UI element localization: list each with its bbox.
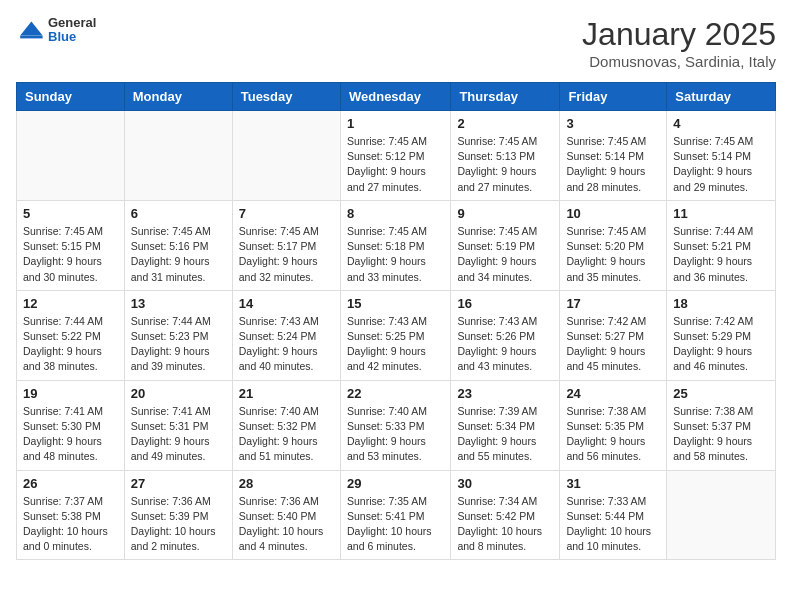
day-cell-22: 22Sunrise: 7:40 AM Sunset: 5:33 PM Dayli…	[340, 380, 450, 470]
day-info: Sunrise: 7:36 AM Sunset: 5:39 PM Dayligh…	[131, 494, 226, 555]
logo: General Blue	[16, 16, 96, 45]
day-info: Sunrise: 7:35 AM Sunset: 5:41 PM Dayligh…	[347, 494, 444, 555]
day-number: 2	[457, 116, 553, 131]
day-number: 18	[673, 296, 769, 311]
day-number: 5	[23, 206, 118, 221]
day-info: Sunrise: 7:40 AM Sunset: 5:33 PM Dayligh…	[347, 404, 444, 465]
day-number: 6	[131, 206, 226, 221]
day-info: Sunrise: 7:45 AM Sunset: 5:13 PM Dayligh…	[457, 134, 553, 195]
day-number: 16	[457, 296, 553, 311]
day-cell-31: 31Sunrise: 7:33 AM Sunset: 5:44 PM Dayli…	[560, 470, 667, 560]
day-number: 3	[566, 116, 660, 131]
day-info: Sunrise: 7:40 AM Sunset: 5:32 PM Dayligh…	[239, 404, 334, 465]
calendar-header-row: SundayMondayTuesdayWednesdayThursdayFrid…	[17, 83, 776, 111]
day-cell-19: 19Sunrise: 7:41 AM Sunset: 5:30 PM Dayli…	[17, 380, 125, 470]
day-info: Sunrise: 7:44 AM Sunset: 5:22 PM Dayligh…	[23, 314, 118, 375]
day-info: Sunrise: 7:39 AM Sunset: 5:34 PM Dayligh…	[457, 404, 553, 465]
day-cell-1: 1Sunrise: 7:45 AM Sunset: 5:12 PM Daylig…	[340, 111, 450, 201]
col-header-monday: Monday	[124, 83, 232, 111]
day-info: Sunrise: 7:44 AM Sunset: 5:21 PM Dayligh…	[673, 224, 769, 285]
day-cell-8: 8Sunrise: 7:45 AM Sunset: 5:18 PM Daylig…	[340, 200, 450, 290]
col-header-friday: Friday	[560, 83, 667, 111]
day-cell-3: 3Sunrise: 7:45 AM Sunset: 5:14 PM Daylig…	[560, 111, 667, 201]
day-cell-18: 18Sunrise: 7:42 AM Sunset: 5:29 PM Dayli…	[667, 290, 776, 380]
month-title: January 2025	[582, 16, 776, 53]
col-header-thursday: Thursday	[451, 83, 560, 111]
day-number: 14	[239, 296, 334, 311]
svg-marker-0	[20, 22, 42, 36]
day-cell-2: 2Sunrise: 7:45 AM Sunset: 5:13 PM Daylig…	[451, 111, 560, 201]
day-cell-7: 7Sunrise: 7:45 AM Sunset: 5:17 PM Daylig…	[232, 200, 340, 290]
day-cell-11: 11Sunrise: 7:44 AM Sunset: 5:21 PM Dayli…	[667, 200, 776, 290]
day-number: 30	[457, 476, 553, 491]
empty-cell	[124, 111, 232, 201]
day-info: Sunrise: 7:38 AM Sunset: 5:37 PM Dayligh…	[673, 404, 769, 465]
day-info: Sunrise: 7:41 AM Sunset: 5:31 PM Dayligh…	[131, 404, 226, 465]
day-cell-10: 10Sunrise: 7:45 AM Sunset: 5:20 PM Dayli…	[560, 200, 667, 290]
day-number: 15	[347, 296, 444, 311]
day-info: Sunrise: 7:45 AM Sunset: 5:14 PM Dayligh…	[566, 134, 660, 195]
col-header-wednesday: Wednesday	[340, 83, 450, 111]
day-number: 29	[347, 476, 444, 491]
col-header-sunday: Sunday	[17, 83, 125, 111]
day-info: Sunrise: 7:43 AM Sunset: 5:24 PM Dayligh…	[239, 314, 334, 375]
day-info: Sunrise: 7:37 AM Sunset: 5:38 PM Dayligh…	[23, 494, 118, 555]
day-number: 12	[23, 296, 118, 311]
day-number: 19	[23, 386, 118, 401]
empty-cell	[232, 111, 340, 201]
day-cell-24: 24Sunrise: 7:38 AM Sunset: 5:35 PM Dayli…	[560, 380, 667, 470]
week-row-4: 19Sunrise: 7:41 AM Sunset: 5:30 PM Dayli…	[17, 380, 776, 470]
day-number: 25	[673, 386, 769, 401]
empty-cell	[667, 470, 776, 560]
day-number: 23	[457, 386, 553, 401]
day-number: 27	[131, 476, 226, 491]
day-cell-20: 20Sunrise: 7:41 AM Sunset: 5:31 PM Dayli…	[124, 380, 232, 470]
day-info: Sunrise: 7:42 AM Sunset: 5:27 PM Dayligh…	[566, 314, 660, 375]
day-info: Sunrise: 7:45 AM Sunset: 5:16 PM Dayligh…	[131, 224, 226, 285]
logo-blue-text: Blue	[48, 30, 96, 44]
day-cell-28: 28Sunrise: 7:36 AM Sunset: 5:40 PM Dayli…	[232, 470, 340, 560]
svg-rect-1	[20, 36, 42, 39]
day-cell-13: 13Sunrise: 7:44 AM Sunset: 5:23 PM Dayli…	[124, 290, 232, 380]
logo-icon	[16, 16, 44, 44]
day-cell-27: 27Sunrise: 7:36 AM Sunset: 5:39 PM Dayli…	[124, 470, 232, 560]
col-header-saturday: Saturday	[667, 83, 776, 111]
day-cell-29: 29Sunrise: 7:35 AM Sunset: 5:41 PM Dayli…	[340, 470, 450, 560]
day-cell-21: 21Sunrise: 7:40 AM Sunset: 5:32 PM Dayli…	[232, 380, 340, 470]
day-number: 31	[566, 476, 660, 491]
day-info: Sunrise: 7:36 AM Sunset: 5:40 PM Dayligh…	[239, 494, 334, 555]
empty-cell	[17, 111, 125, 201]
day-info: Sunrise: 7:45 AM Sunset: 5:17 PM Dayligh…	[239, 224, 334, 285]
day-number: 4	[673, 116, 769, 131]
day-info: Sunrise: 7:43 AM Sunset: 5:26 PM Dayligh…	[457, 314, 553, 375]
day-number: 11	[673, 206, 769, 221]
day-number: 21	[239, 386, 334, 401]
day-info: Sunrise: 7:45 AM Sunset: 5:15 PM Dayligh…	[23, 224, 118, 285]
week-row-1: 1Sunrise: 7:45 AM Sunset: 5:12 PM Daylig…	[17, 111, 776, 201]
day-info: Sunrise: 7:33 AM Sunset: 5:44 PM Dayligh…	[566, 494, 660, 555]
day-number: 20	[131, 386, 226, 401]
day-number: 10	[566, 206, 660, 221]
day-number: 1	[347, 116, 444, 131]
day-cell-17: 17Sunrise: 7:42 AM Sunset: 5:27 PM Dayli…	[560, 290, 667, 380]
day-cell-30: 30Sunrise: 7:34 AM Sunset: 5:42 PM Dayli…	[451, 470, 560, 560]
day-cell-5: 5Sunrise: 7:45 AM Sunset: 5:15 PM Daylig…	[17, 200, 125, 290]
col-header-tuesday: Tuesday	[232, 83, 340, 111]
day-number: 13	[131, 296, 226, 311]
day-cell-26: 26Sunrise: 7:37 AM Sunset: 5:38 PM Dayli…	[17, 470, 125, 560]
title-block: January 2025 Domusnovas, Sardinia, Italy	[582, 16, 776, 70]
logo-text: General Blue	[48, 16, 96, 45]
day-cell-12: 12Sunrise: 7:44 AM Sunset: 5:22 PM Dayli…	[17, 290, 125, 380]
day-info: Sunrise: 7:43 AM Sunset: 5:25 PM Dayligh…	[347, 314, 444, 375]
day-info: Sunrise: 7:45 AM Sunset: 5:19 PM Dayligh…	[457, 224, 553, 285]
day-number: 28	[239, 476, 334, 491]
day-info: Sunrise: 7:38 AM Sunset: 5:35 PM Dayligh…	[566, 404, 660, 465]
week-row-2: 5Sunrise: 7:45 AM Sunset: 5:15 PM Daylig…	[17, 200, 776, 290]
day-info: Sunrise: 7:44 AM Sunset: 5:23 PM Dayligh…	[131, 314, 226, 375]
day-cell-25: 25Sunrise: 7:38 AM Sunset: 5:37 PM Dayli…	[667, 380, 776, 470]
calendar-table: SundayMondayTuesdayWednesdayThursdayFrid…	[16, 82, 776, 560]
day-cell-6: 6Sunrise: 7:45 AM Sunset: 5:16 PM Daylig…	[124, 200, 232, 290]
day-cell-9: 9Sunrise: 7:45 AM Sunset: 5:19 PM Daylig…	[451, 200, 560, 290]
week-row-3: 12Sunrise: 7:44 AM Sunset: 5:22 PM Dayli…	[17, 290, 776, 380]
day-info: Sunrise: 7:45 AM Sunset: 5:18 PM Dayligh…	[347, 224, 444, 285]
